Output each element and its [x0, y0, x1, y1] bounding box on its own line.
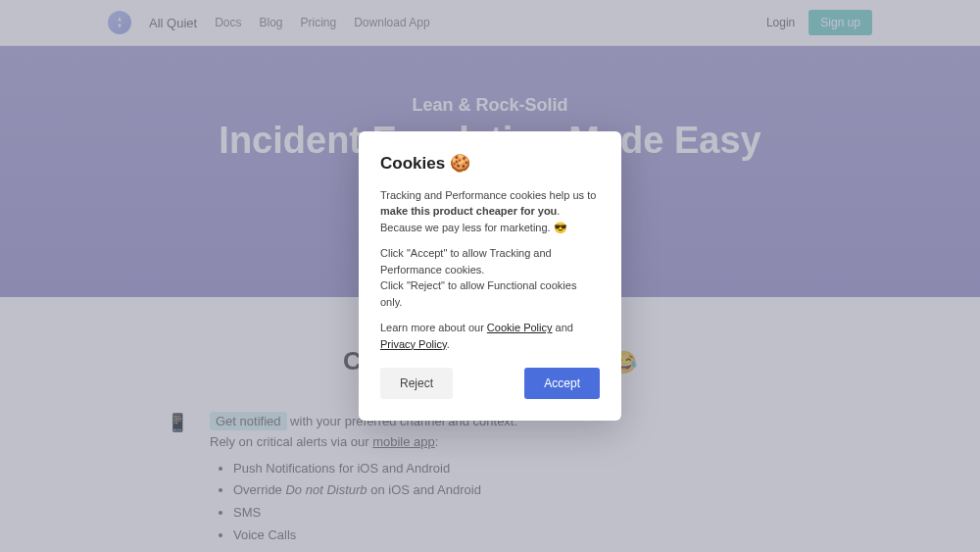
reject-button[interactable]: Reject	[380, 368, 453, 399]
accept-button[interactable]: Accept	[524, 368, 600, 399]
cookie-modal: Cookies 🍪 Tracking and Performance cooki…	[359, 131, 621, 422]
modal-p1: Tracking and Performance cookies help us…	[380, 187, 600, 236]
modal-p2: Click "Accept" to allow Tracking and Per…	[380, 245, 600, 310]
cookie-policy-link[interactable]: Cookie Policy	[487, 322, 553, 333]
privacy-policy-link[interactable]: Privacy Policy	[380, 338, 447, 350]
modal-overlay: Cookies 🍪 Tracking and Performance cooki…	[0, 0, 980, 552]
modal-title: Cookies 🍪	[380, 153, 600, 174]
modal-p3: Learn more about our Cookie Policy and P…	[380, 320, 600, 352]
